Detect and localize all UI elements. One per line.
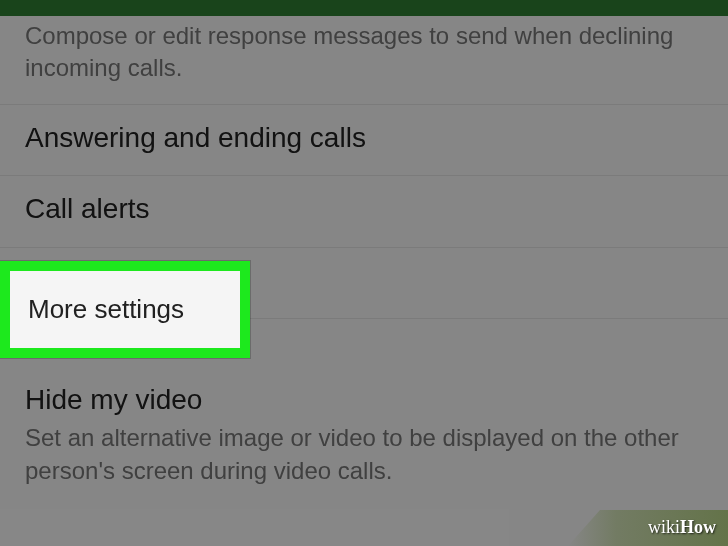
wikihow-watermark: wikiHow — [648, 517, 716, 538]
setting-title: Call alerts — [25, 191, 703, 227]
status-bar — [0, 0, 728, 16]
setting-description: Compose or edit response messages to sen… — [25, 20, 703, 85]
watermark-text: wikiHow — [648, 517, 716, 538]
setting-hide-video[interactable]: Hide my video Set an alternative image o… — [0, 367, 728, 506]
setting-title: Answering and ending calls — [25, 120, 703, 156]
setting-title: Hide my video — [25, 382, 703, 418]
setting-answering-ending[interactable]: Answering and ending calls — [0, 105, 728, 176]
highlight-more-settings: More settings — [0, 261, 250, 358]
highlight-text: More settings — [28, 294, 184, 325]
setting-quick-decline[interactable]: Compose or edit response messages to sen… — [0, 20, 728, 105]
setting-call-alerts[interactable]: Call alerts — [0, 176, 728, 247]
setting-description: Set an alternative image or video to be … — [25, 422, 703, 487]
